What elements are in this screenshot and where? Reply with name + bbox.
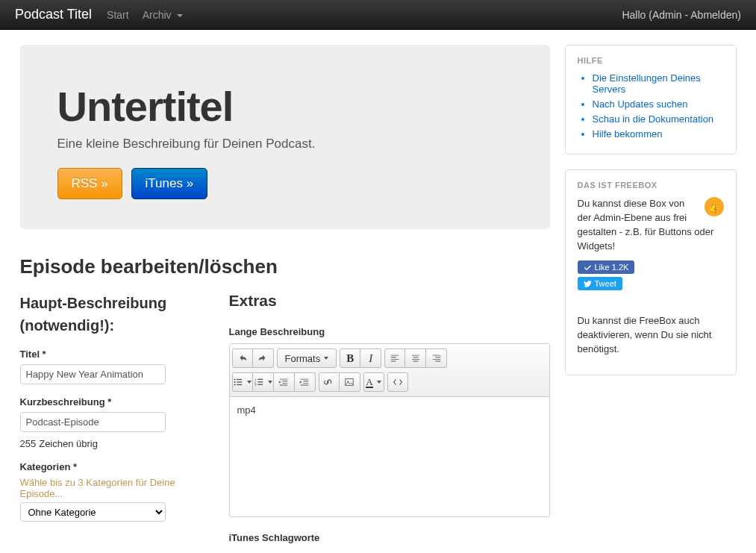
nav-archiv[interactable]: Archiv: [143, 9, 184, 21]
outdent-button[interactable]: [274, 372, 295, 392]
freebox-panel: Das ist Freebox 👍 Du kannst diese Box vo…: [565, 169, 737, 375]
chevron-down-icon: [247, 381, 252, 384]
editor-body[interactable]: mp4: [230, 397, 549, 516]
chevron-down-icon: [324, 357, 328, 360]
align-right-icon: [431, 353, 442, 363]
categories-label: Kategorien *: [20, 461, 184, 472]
svg-rect-5: [237, 384, 242, 385]
undo-button[interactable]: [232, 349, 253, 368]
nav-archiv-label: Archiv: [143, 9, 172, 21]
italic-button[interactable]: I: [360, 349, 381, 368]
tweet-label: Tweet: [595, 279, 616, 288]
bullet-list-icon: [233, 377, 243, 387]
form-right-column: Extras Lange Beschreibung Formats: [229, 292, 550, 543]
indent-icon: [299, 377, 310, 387]
title-input[interactable]: [20, 364, 166, 384]
page-title: Episode bearbeiten/löschen: [20, 255, 550, 278]
help-item: Die Einstellungen Deines Servers: [593, 72, 724, 95]
rich-text-editor: Formats B I: [229, 343, 550, 517]
editor-content: mp4: [237, 404, 542, 416]
like-label: Like 1.2K: [595, 263, 629, 272]
main-desc-heading: Haupt-Beschreibung (notwendig!):: [20, 292, 184, 337]
longdesc-label: Lange Beschreibung: [229, 326, 550, 337]
help-link-help[interactable]: Hilfe bekommen: [593, 128, 663, 140]
chevron-down-icon: [177, 14, 183, 17]
thumbs-up-icon: 👍: [705, 197, 724, 216]
svg-point-0: [234, 378, 236, 380]
svg-rect-3: [237, 381, 242, 382]
hero-subtitle: Eine kleine Beschreibung für Deinen Podc…: [57, 137, 513, 151]
freebox-heading: Das ist Freebox: [578, 181, 724, 190]
chevron-down-icon: [268, 381, 272, 384]
bold-icon: B: [346, 352, 354, 365]
italic-icon: I: [369, 352, 372, 365]
brand-title[interactable]: Podcast Titel: [15, 7, 92, 22]
formats-button[interactable]: Formats: [277, 349, 337, 368]
bold-button[interactable]: B: [340, 349, 360, 368]
redo-button[interactable]: [253, 349, 274, 368]
fb-like-button[interactable]: Like 1.2K: [578, 260, 635, 274]
code-icon: [393, 377, 403, 387]
admin-link[interactable]: Admin: [652, 9, 682, 21]
image-icon: [344, 377, 354, 387]
align-center-icon: [410, 353, 421, 363]
code-button[interactable]: [387, 372, 408, 392]
editor-toolbar: Formats B I: [230, 344, 549, 397]
svg-rect-12: [346, 379, 354, 386]
freebox-text2: Du kannst die FreeBox auch deaktivieren,…: [578, 314, 724, 357]
align-right-button[interactable]: [426, 349, 447, 368]
svg-rect-1: [237, 379, 242, 380]
undo-icon: [237, 353, 248, 363]
outdent-icon: [278, 377, 289, 387]
help-panel: Hilfe Die Einstellungen Deines Servers N…: [565, 45, 737, 154]
chevron-down-icon: [377, 381, 381, 384]
link-button[interactable]: [319, 372, 340, 392]
svg-rect-9: [257, 381, 263, 382]
shortdesc-label: Kurzbeschreibung *: [20, 396, 184, 407]
image-button[interactable]: [340, 372, 360, 392]
link-icon: [324, 377, 334, 387]
itunes-tags-label: iTunes Schlagworte: [229, 532, 550, 543]
help-list: Die Einstellungen Deines Servers Nach Up…: [578, 72, 724, 140]
navbar: Podcast Titel Start Archiv Hallo (Admin …: [0, 0, 756, 30]
svg-point-2: [234, 381, 236, 383]
logout-link[interactable]: Abmelden: [690, 9, 737, 21]
tweet-button[interactable]: Tweet: [578, 277, 622, 290]
char-count-num: 255: [20, 438, 37, 449]
char-counter: 255Zeichen übrig: [20, 438, 184, 449]
nav-start[interactable]: Start: [107, 9, 129, 21]
hero-title: Untertitel: [57, 82, 513, 131]
help-item: Nach Updates suchen: [593, 99, 724, 110]
itunes-button[interactable]: iTunes »: [131, 168, 208, 199]
bullet-list-button[interactable]: [232, 372, 253, 392]
title-label: Titel *: [20, 349, 184, 360]
help-item: Hilfe bekommen: [593, 128, 724, 140]
categories-hint: Wähle bis zu 3 Kategorien für Deine Epis…: [20, 477, 184, 499]
shortdesc-input[interactable]: [20, 412, 166, 432]
help-link-server[interactable]: Die Einstellungen Deines Servers: [593, 72, 701, 95]
help-link-docs[interactable]: Schau in die Dokumentation: [593, 113, 714, 125]
redo-icon: [257, 353, 268, 363]
extras-heading: Extras: [229, 292, 550, 310]
navbar-right: Hallo (Admin - Abmelden): [622, 9, 741, 21]
form-left-column: Haupt-Beschreibung (notwendig!): Titel *…: [20, 292, 184, 522]
help-link-updates[interactable]: Nach Updates suchen: [593, 99, 688, 110]
rss-button[interactable]: RSS »: [57, 168, 122, 199]
char-count-text: Zeichen übrig: [39, 438, 98, 449]
align-left-icon: [390, 353, 400, 363]
align-left-button[interactable]: [384, 349, 405, 368]
categories-select[interactable]: Ohne Kategorie: [20, 502, 166, 522]
svg-point-4: [234, 384, 236, 385]
formats-label: Formats: [285, 353, 321, 364]
svg-rect-11: [257, 384, 263, 385]
help-item: Schau in die Dokumentation: [593, 113, 724, 125]
align-center-button[interactable]: [405, 349, 426, 368]
help-heading: Hilfe: [578, 56, 724, 65]
twitter-icon: [584, 280, 592, 288]
number-list-button[interactable]: 123: [253, 372, 274, 392]
textcolor-icon: A: [366, 377, 372, 388]
hero: Untertitel Eine kleine Beschreibung für …: [20, 45, 550, 229]
number-list-icon: 123: [254, 377, 264, 387]
textcolor-button[interactable]: A: [363, 372, 384, 392]
indent-button[interactable]: [295, 372, 316, 392]
